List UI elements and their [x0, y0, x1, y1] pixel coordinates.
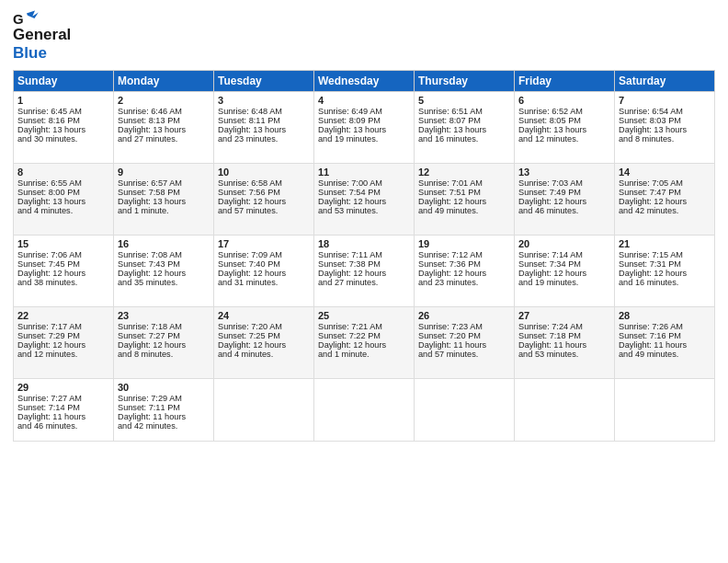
day-info-line: Sunset: 7:16 PM	[619, 331, 711, 340]
day-info-line: and 8 minutes.	[619, 134, 711, 144]
calendar-cell: 10Sunrise: 6:58 AMSunset: 7:56 PMDayligh…	[214, 164, 314, 236]
day-number: 8	[17, 167, 109, 178]
calendar-cell	[314, 379, 415, 442]
day-info-line: Daylight: 13 hours	[118, 197, 210, 206]
day-number: 6	[518, 95, 610, 106]
day-info-line: Daylight: 12 hours	[318, 340, 410, 350]
day-info-line: Daylight: 13 hours	[418, 125, 510, 134]
day-info-line: and 38 minutes.	[17, 278, 109, 287]
day-info-line: Daylight: 11 hours	[118, 412, 210, 421]
day-info-line: Sunset: 7:22 PM	[318, 331, 410, 340]
weekday-sunday: Sunday	[14, 71, 114, 92]
day-number: 3	[218, 95, 310, 106]
day-info-line: Sunset: 7:18 PM	[518, 331, 610, 340]
day-info-line: Sunset: 8:13 PM	[118, 116, 210, 125]
day-number: 18	[318, 238, 410, 249]
day-info-line: Sunrise: 6:45 AM	[17, 107, 109, 116]
day-info-line: Sunrise: 7:03 AM	[518, 178, 610, 188]
calendar-cell: 16Sunrise: 7:08 AMSunset: 7:43 PMDayligh…	[114, 236, 214, 307]
day-info-line: and 57 minutes.	[218, 206, 310, 215]
calendar-cell: 24Sunrise: 7:20 AMSunset: 7:25 PMDayligh…	[214, 307, 314, 379]
day-info-line: Sunset: 7:40 PM	[218, 259, 310, 269]
calendar-cell: 12Sunrise: 7:01 AMSunset: 7:51 PMDayligh…	[415, 164, 515, 236]
day-number: 16	[118, 238, 210, 249]
day-info-line: Daylight: 12 hours	[218, 197, 310, 206]
day-info-line: Sunset: 7:31 PM	[619, 259, 711, 269]
day-info-line: Sunset: 8:11 PM	[218, 116, 310, 125]
day-info-line: Sunrise: 6:55 AM	[17, 178, 109, 188]
calendar-week-5: 29Sunrise: 7:27 AMSunset: 7:14 PMDayligh…	[14, 379, 715, 442]
day-info-line: Daylight: 13 hours	[118, 125, 210, 134]
day-number: 21	[619, 238, 711, 249]
calendar-cell: 4Sunrise: 6:49 AMSunset: 8:09 PMDaylight…	[314, 92, 415, 164]
calendar-week-2: 8Sunrise: 6:55 AMSunset: 8:00 PMDaylight…	[14, 164, 715, 236]
day-info-line: Sunrise: 7:15 AM	[619, 250, 711, 259]
calendar-week-1: 1Sunrise: 6:45 AMSunset: 8:16 PMDaylight…	[14, 92, 715, 164]
day-info-line: Sunset: 7:34 PM	[518, 259, 610, 269]
day-info-line: Sunrise: 7:11 AM	[318, 250, 410, 259]
calendar-cell: 22Sunrise: 7:17 AMSunset: 7:29 PMDayligh…	[14, 307, 114, 379]
day-info-line: Sunset: 8:16 PM	[17, 116, 109, 125]
day-info-line: Sunset: 7:14 PM	[17, 403, 109, 412]
day-info-line: Daylight: 12 hours	[318, 269, 410, 278]
calendar-cell: 18Sunrise: 7:11 AMSunset: 7:38 PMDayligh…	[314, 236, 415, 307]
day-info-line: Sunrise: 7:12 AM	[418, 250, 510, 259]
day-info-line: and 16 minutes.	[418, 134, 510, 144]
calendar-cell	[214, 379, 314, 442]
day-info-line: Sunrise: 7:05 AM	[619, 178, 711, 188]
day-info-line: Daylight: 13 hours	[17, 125, 109, 134]
day-number: 23	[118, 310, 210, 321]
day-info-line: Sunrise: 7:21 AM	[318, 322, 410, 331]
day-info-line: Sunset: 7:36 PM	[418, 259, 510, 269]
day-info-line: Sunrise: 7:29 AM	[118, 394, 210, 403]
day-info-line: Sunset: 7:58 PM	[118, 188, 210, 197]
day-info-line: Sunrise: 6:48 AM	[218, 107, 310, 116]
calendar-cell: 17Sunrise: 7:09 AMSunset: 7:40 PMDayligh…	[214, 236, 314, 307]
day-info-line: Daylight: 11 hours	[518, 340, 610, 350]
day-number: 11	[318, 167, 410, 178]
calendar-cell: 7Sunrise: 6:54 AMSunset: 8:03 PMDaylight…	[615, 92, 715, 164]
day-info-line: Daylight: 12 hours	[518, 197, 610, 206]
day-info-line: and 8 minutes.	[118, 350, 210, 359]
day-number: 28	[619, 310, 711, 321]
calendar-cell: 6Sunrise: 6:52 AMSunset: 8:05 PMDaylight…	[515, 92, 615, 164]
day-info-line: and 42 minutes.	[118, 421, 210, 431]
weekday-thursday: Thursday	[415, 71, 515, 92]
weekday-friday: Friday	[515, 71, 615, 92]
calendar-cell: 15Sunrise: 7:06 AMSunset: 7:45 PMDayligh…	[14, 236, 114, 307]
day-info-line: and 23 minutes.	[418, 278, 510, 287]
day-info-line: and 53 minutes.	[518, 350, 610, 359]
day-info-line: Daylight: 11 hours	[619, 340, 711, 350]
calendar-cell: 9Sunrise: 6:57 AMSunset: 7:58 PMDaylight…	[114, 164, 214, 236]
day-info-line: Sunset: 8:03 PM	[619, 116, 711, 125]
day-number: 20	[518, 238, 610, 249]
day-info-line: Daylight: 12 hours	[17, 269, 109, 278]
logo-text-blue: Blue	[13, 44, 47, 62]
calendar-cell: 3Sunrise: 6:48 AMSunset: 8:11 PMDaylight…	[214, 92, 314, 164]
day-info-line: Sunrise: 6:52 AM	[518, 107, 610, 116]
day-info-line: Sunset: 7:49 PM	[518, 188, 610, 197]
page-header: G General Blue	[13, 9, 715, 63]
day-number: 26	[418, 310, 510, 321]
calendar-cell: 20Sunrise: 7:14 AMSunset: 7:34 PMDayligh…	[515, 236, 615, 307]
day-number: 14	[619, 167, 711, 178]
day-info-line: and 27 minutes.	[118, 134, 210, 144]
day-info-line: Daylight: 11 hours	[418, 340, 510, 350]
day-info-line: Daylight: 13 hours	[619, 125, 711, 134]
day-info-line: Sunrise: 6:58 AM	[218, 178, 310, 188]
calendar-cell: 21Sunrise: 7:15 AMSunset: 7:31 PMDayligh…	[615, 236, 715, 307]
day-info-line: Sunrise: 7:20 AM	[218, 322, 310, 331]
calendar-cell: 27Sunrise: 7:24 AMSunset: 7:18 PMDayligh…	[515, 307, 615, 379]
calendar-cell: 8Sunrise: 6:55 AMSunset: 8:00 PMDaylight…	[14, 164, 114, 236]
day-info-line: Sunset: 7:11 PM	[118, 403, 210, 412]
day-info-line: and 30 minutes.	[17, 134, 109, 144]
day-info-line: Sunset: 7:20 PM	[418, 331, 510, 340]
svg-marker-1	[27, 10, 39, 18]
day-info-line: Sunset: 8:07 PM	[418, 116, 510, 125]
calendar-cell: 30Sunrise: 7:29 AMSunset: 7:11 PMDayligh…	[114, 379, 214, 442]
day-info-line: and 19 minutes.	[318, 134, 410, 144]
weekday-wednesday: Wednesday	[314, 71, 415, 92]
day-info-line: Sunset: 7:45 PM	[17, 259, 109, 269]
weekday-monday: Monday	[114, 71, 214, 92]
day-info-line: and 19 minutes.	[518, 278, 610, 287]
